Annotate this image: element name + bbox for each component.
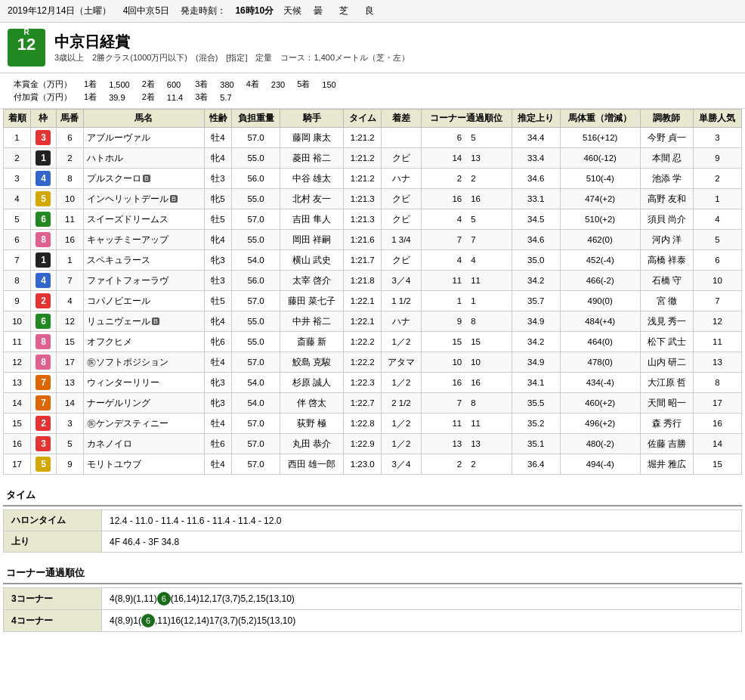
table-row: 12 8 17 ㊩ソフトポジション 牡4 57.0 鮫島 克駿 1:22.2 ア… [4, 352, 742, 373]
weight: 57.0 [232, 352, 280, 373]
corner-order: 7 7 [421, 230, 512, 250]
margin: 1／2 [382, 434, 421, 454]
horse-weight: 510(+2) [560, 209, 640, 230]
margin: クビ [382, 148, 421, 169]
margin: クビ [382, 250, 421, 271]
time: 1:22.1 [344, 311, 382, 332]
header-bar: 2019年12月14日（土曜） 4回中京5日 発走時刻：16時10分 天候 曇 … [0, 0, 745, 23]
waku: 6 [31, 311, 57, 332]
corner-order: 1 1 [421, 291, 512, 311]
time-section-header: タイム [3, 482, 742, 506]
est-rise: 34.2 [512, 332, 560, 352]
jockey: 菱田 裕二 [280, 148, 344, 169]
margin: 1／2 [382, 373, 421, 393]
table-row: 15 2 3 ㊩ケンデスティニー 牡4 57.0 荻野 極 1:22.8 1／2… [4, 413, 742, 434]
odds: 5 [693, 230, 741, 250]
odds: 13 [693, 352, 741, 373]
jockey: 杉原 誠人 [280, 373, 344, 393]
col-time: タイム [344, 110, 382, 128]
weight: 54.0 [232, 250, 280, 271]
col-waku: 枠 [31, 110, 57, 128]
sex-age: 牡3 [204, 169, 231, 189]
trainer: 森 秀行 [640, 413, 693, 434]
sex-age: 牝4 [204, 230, 231, 250]
jockey: 横山 武史 [280, 250, 344, 271]
jockey: 岡田 祥嗣 [280, 230, 344, 250]
weather-val: 曇 [314, 5, 323, 16]
prize-1-2: 600 [161, 78, 189, 91]
time: 1:21.8 [344, 271, 382, 291]
corner-order: 10 10 [421, 352, 512, 373]
corner-4-val: 4(8,9)1(6,11)16(12,14)17(3,7)(5,2)15(13,… [102, 610, 742, 632]
horse-num: 14 [56, 393, 83, 413]
trainer: 今野 貞一 [640, 128, 693, 148]
rank: 15 [4, 413, 31, 434]
est-rise: 35.1 [512, 434, 560, 454]
corner-3-label: 3コーナー [4, 588, 102, 610]
trainer: 堀井 雅広 [640, 454, 693, 475]
sex-age: 牡4 [204, 454, 231, 475]
sex-age: 牡4 [204, 128, 231, 148]
rank: 12 [4, 352, 31, 373]
time: 1:21.2 [344, 148, 382, 169]
jockey: 吉田 隼人 [280, 209, 344, 230]
est-rise: 35.5 [512, 393, 560, 413]
time: 1:23.0 [344, 454, 382, 475]
horse-name: プルスクーロB [83, 169, 204, 189]
table-row: 8 4 7 ファイトフォーラヴ 牡3 56.0 太宰 啓介 1:21.8 3／4… [4, 271, 742, 291]
prize-1-4: 230 [265, 78, 291, 91]
sex-age: 牝3 [204, 373, 231, 393]
trainer: 浅見 秀一 [640, 311, 693, 332]
jockey: 鮫島 克駿 [280, 352, 344, 373]
est-rise: 34.6 [512, 169, 560, 189]
odds: 3 [693, 128, 741, 148]
col-trainer: 調教師 [640, 110, 693, 128]
time: 1:22.2 [344, 332, 382, 352]
est-rise: 34.6 [512, 230, 560, 250]
jockey: 荻野 極 [280, 413, 344, 434]
waku: 8 [31, 332, 57, 352]
jockey: 中井 裕二 [280, 311, 344, 332]
table-row: 4 5 10 インヘリットデールB 牝5 55.0 北村 友一 1:21.3 ク… [4, 189, 742, 209]
waku: 7 [31, 393, 57, 413]
odds: 2 [693, 169, 741, 189]
sex-age: 牝5 [204, 189, 231, 209]
corner-order: 11 11 [421, 271, 512, 291]
sex-age: 牝6 [204, 332, 231, 352]
agari-label: 上り [4, 531, 102, 553]
horse-num: 12 [56, 311, 83, 332]
horse-num: 10 [56, 189, 83, 209]
table-row: 13 7 13 ウィンターリリー 牝3 54.0 杉原 誠人 1:22.3 1／… [4, 373, 742, 393]
time: 1:21.3 [344, 189, 382, 209]
corner-order: 4 4 [421, 250, 512, 271]
corner-order: 16 16 [421, 189, 512, 209]
prize-1-3: 380 [214, 78, 240, 91]
waku: 1 [31, 148, 57, 169]
horse-num: 3 [56, 413, 83, 434]
margin: クビ [382, 209, 421, 230]
col-est-rise: 推定上り [512, 110, 560, 128]
race-subtitle: 3歳以上 2勝クラス(1000万円以下) (混合) [指定] 定量 コース：1,… [54, 52, 410, 63]
margin: 1 1/2 [382, 291, 421, 311]
time: 1:21.7 [344, 250, 382, 271]
trainer: 須貝 尚介 [640, 209, 693, 230]
trainer: 本間 忍 [640, 148, 693, 169]
horse-name: ナーゲルリング [83, 393, 204, 413]
race-title-section: R 12 中京日経賞 3歳以上 2勝クラス(1000万円以下) (混合) [指定… [0, 23, 745, 73]
jockey: 北村 友一 [280, 189, 344, 209]
time: 1:21.2 [344, 169, 382, 189]
horse-num: 2 [56, 148, 83, 169]
col-jockey: 騎手 [280, 110, 344, 128]
est-rise: 34.4 [512, 128, 560, 148]
horse-name: モリトユウブ [83, 454, 204, 475]
odds: 17 [693, 393, 741, 413]
start-label: 発走時刻： [181, 5, 226, 16]
horse-num: 17 [56, 352, 83, 373]
horse-weight: 474(+2) [560, 189, 640, 209]
waku: 8 [31, 352, 57, 373]
odds: 8 [693, 373, 741, 393]
round: 4回中京5日 [123, 5, 169, 16]
race-title-text: 中京日経賞 3歳以上 2勝クラス(1000万円以下) (混合) [指定] 定量 … [54, 32, 410, 63]
waku: 6 [31, 209, 57, 230]
horse-weight: 490(0) [560, 291, 640, 311]
